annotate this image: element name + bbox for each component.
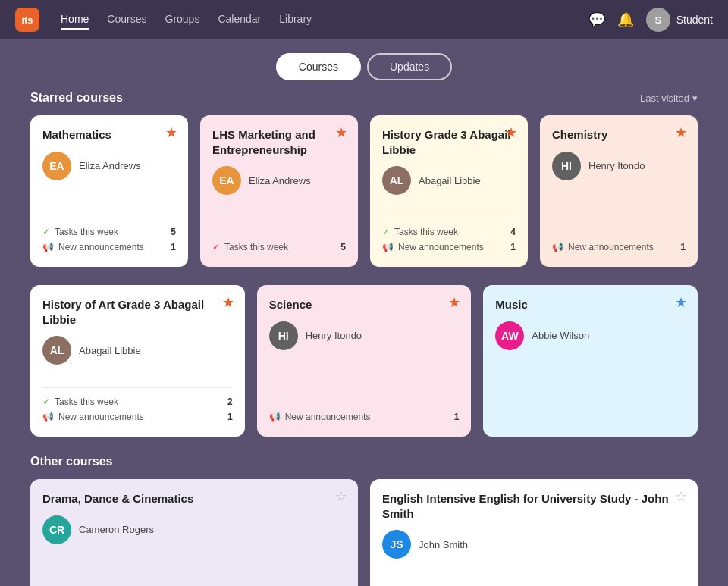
tasks-label: Tasks this week	[394, 227, 458, 237]
teacher-name: Cameron Rogers	[79, 524, 154, 535]
star-history-grade3[interactable]: ★	[505, 126, 517, 139]
card-stat-tasks: ✓ Tasks this week 4	[382, 224, 516, 240]
card-title: History of Art Grade 3 Abagail Libbie	[42, 297, 233, 327]
megaphone-icon: 📢	[269, 412, 281, 422]
chevron-down-icon: ▾	[692, 92, 698, 104]
star-mathematics[interactable]: ★	[165, 126, 177, 139]
teacher-avatar: EA	[42, 152, 71, 180]
card-title: History Grade 3 Abagail Libbie	[382, 127, 516, 157]
card-stat-announcements: 📢 New announcements 1	[42, 240, 176, 255]
teacher-avatar: AL	[42, 336, 71, 365]
nav-courses[interactable]: Courses	[107, 10, 146, 30]
star-history-art[interactable]: ★	[222, 296, 234, 309]
user-avatar: S	[646, 8, 670, 32]
teacher-avatar: AL	[382, 166, 411, 195]
card-stat-announcements: 📢 New announcements 1	[269, 409, 460, 425]
other-section-header: Other courses	[30, 455, 698, 468]
star-chemistry[interactable]: ★	[675, 126, 687, 139]
card-teacher: HI Henry Itondo	[269, 321, 460, 350]
tab-updates[interactable]: Updates	[367, 53, 452, 80]
announcements-label: New announcements	[568, 242, 654, 252]
card-stat-announcements: 📢 New announcements 1	[42, 409, 233, 425]
announcements-count: 1	[454, 412, 460, 422]
check-icon: ✓	[42, 396, 50, 407]
nav-right: 💬 🔔 S Student	[588, 8, 713, 32]
teacher-name: Henry Itondo	[588, 160, 645, 171]
main-content: Starred courses Last visited ▾ ★ Mathema…	[0, 91, 728, 586]
card-mathematics[interactable]: ★ Mathematics EA Eliza Andrews ✓ Tasks t…	[30, 115, 188, 267]
other-section: Other courses ☆ Drama, Dance & Cinematic…	[30, 455, 698, 586]
card-teacher: JS John Smith	[382, 530, 686, 559]
starred-cards-row1: ★ Mathematics EA Eliza Andrews ✓ Tasks t…	[30, 115, 698, 267]
teacher-avatar: CR	[42, 515, 71, 544]
announcements-label: New announcements	[58, 412, 144, 422]
card-footer: ✓ Tasks this week 4 📢 New announcements …	[382, 218, 516, 255]
nav-groups[interactable]: Groups	[165, 10, 200, 30]
teacher-avatar: JS	[382, 530, 411, 559]
tab-courses[interactable]: Courses	[276, 53, 361, 80]
teacher-name: Eliza Andrews	[79, 160, 141, 171]
starred-section-header: Starred courses Last visited ▾	[30, 91, 698, 105]
card-title: Science	[269, 297, 460, 312]
nav-links: Home Courses Groups Calendar Library	[61, 10, 567, 30]
nav-library[interactable]: Library	[279, 10, 312, 30]
card-footer: 📢 New announcements 1	[552, 233, 686, 255]
check-icon: ✓	[42, 227, 50, 237]
card-chemistry[interactable]: ★ Chemistry HI Henry Itondo 📢 New announ…	[540, 115, 698, 267]
card-stat-announcements: 📢 New announcements 1	[382, 240, 516, 255]
card-footer: 📢 New announcements 1	[269, 403, 460, 425]
nav-calendar[interactable]: Calendar	[218, 10, 261, 30]
star-science[interactable]: ★	[448, 296, 460, 309]
navbar: its Home Courses Groups Calendar Library…	[0, 0, 728, 39]
card-footer: ✓ Tasks this week 5 📢 New announcements …	[42, 218, 176, 255]
star-lhs-marketing[interactable]: ★	[335, 126, 347, 139]
card-drama[interactable]: ☆ Drama, Dance & Cinematics CR Cameron R…	[30, 479, 358, 586]
tasks-count: 5	[340, 242, 346, 252]
teacher-name: John Smith	[419, 539, 468, 550]
card-stat-tasks: ✓ Tasks this week 5	[42, 224, 176, 240]
card-stat-announcements: 📢 New announcements 1	[552, 240, 686, 255]
announcements-label: New announcements	[58, 242, 144, 252]
megaphone-icon: 📢	[42, 412, 54, 422]
other-title: Other courses	[30, 455, 112, 468]
card-footer: ✓ Tasks this week 5	[212, 233, 346, 255]
card-title: Music	[495, 297, 686, 312]
card-history-art[interactable]: ★ History of Art Grade 3 Abagail Libbie …	[30, 285, 245, 437]
bell-icon[interactable]: 🔔	[617, 11, 634, 28]
sort-button[interactable]: Last visited ▾	[640, 92, 698, 104]
card-history-grade3[interactable]: ★ History Grade 3 Abagail Libbie AL Abag…	[370, 115, 528, 267]
card-teacher: EA Eliza Andrews	[42, 152, 176, 180]
teacher-avatar: AW	[495, 321, 524, 350]
card-teacher: AL Abagail Libbie	[42, 336, 233, 365]
teacher-avatar: HI	[552, 152, 581, 180]
card-title: LHS Marketing and Entrepreneurship	[212, 127, 346, 157]
card-stat-tasks: ✓ Tasks this week 2	[42, 394, 233, 409]
nav-home[interactable]: Home	[61, 10, 89, 30]
card-lhs-marketing[interactable]: ★ LHS Marketing and Entrepreneurship EA …	[200, 115, 358, 267]
star-music[interactable]: ★	[675, 296, 687, 309]
card-title: Mathematics	[42, 127, 176, 143]
other-cards: ☆ Drama, Dance & Cinematics CR Cameron R…	[30, 479, 698, 586]
teacher-name: Abagail Libbie	[79, 345, 141, 356]
check-icon: ✓	[212, 242, 220, 252]
star-english[interactable]: ☆	[675, 490, 687, 503]
card-music[interactable]: ★ Music AW Abbie Wilson	[483, 285, 698, 437]
tabs-row: Courses Updates	[0, 39, 728, 91]
user-menu[interactable]: S Student	[646, 8, 713, 32]
megaphone-icon: 📢	[552, 242, 563, 252]
card-title: English Intensive English for University…	[382, 491, 686, 521]
card-stat-tasks: ✓ Tasks this week 5	[212, 240, 346, 255]
card-english-intensive[interactable]: ☆ English Intensive English for Universi…	[370, 479, 698, 586]
chat-icon[interactable]: 💬	[588, 11, 605, 28]
card-teacher: HI Henry Itondo	[552, 152, 686, 180]
tasks-count: 5	[171, 227, 176, 237]
announcements-label: New announcements	[285, 412, 371, 422]
card-footer: ✓ Tasks this week 2 📢 New announcements …	[42, 387, 233, 425]
star-drama[interactable]: ☆	[335, 490, 347, 503]
teacher-avatar: EA	[212, 166, 241, 195]
tasks-count: 2	[228, 396, 233, 407]
megaphone-icon: 📢	[382, 242, 394, 252]
card-science[interactable]: ★ Science HI Henry Itondo 📢 New announce…	[257, 285, 472, 437]
card-title: Drama, Dance & Cinematics	[42, 491, 346, 506]
announcements-count: 1	[228, 412, 233, 422]
